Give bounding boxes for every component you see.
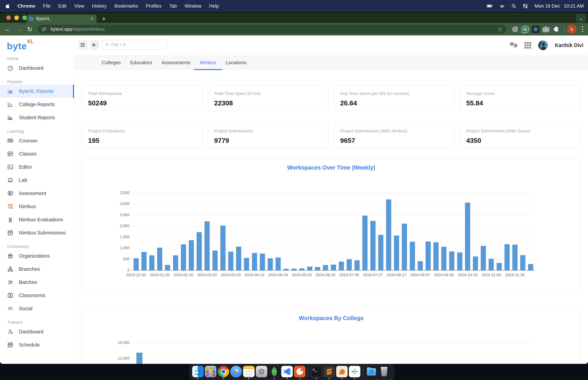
- chart1-bar[interactable]: [426, 242, 431, 270]
- chart1-bar[interactable]: [165, 265, 170, 270]
- sidebar-item-courses[interactable]: Courses: [0, 134, 74, 147]
- window-minimize-button[interactable]: [14, 16, 19, 20]
- orbit-icon[interactable]: [511, 25, 519, 34]
- chart1-bar[interactable]: [331, 265, 336, 270]
- chart1-bar[interactable]: [386, 199, 391, 270]
- chart1-bar[interactable]: [268, 258, 273, 270]
- new-tab-button[interactable]: +: [102, 15, 106, 23]
- apple-menu-icon[interactable]: [5, 3, 10, 9]
- dock-icon-notes[interactable]: [243, 365, 255, 379]
- chart1-bar[interactable]: [473, 256, 478, 270]
- collapse-sidebar-button[interactable]: [78, 40, 87, 50]
- tab-nimbus[interactable]: Nimbus: [200, 55, 216, 70]
- dock-icon-downloads-folder[interactable]: ↓: [365, 365, 377, 379]
- chart1-bar[interactable]: [449, 251, 454, 270]
- chart1-bar[interactable]: [291, 269, 297, 270]
- chart1-bar[interactable]: [347, 259, 352, 270]
- chart1-bar[interactable]: [394, 235, 399, 270]
- chart1-bar[interactable]: [189, 240, 194, 270]
- chart1-bar[interactable]: [276, 257, 281, 270]
- chart1-bar[interactable]: [441, 247, 446, 270]
- chart1-bar[interactable]: [410, 242, 415, 270]
- chart1-bar[interactable]: [512, 245, 517, 270]
- search-input[interactable]: [111, 42, 164, 47]
- sidebar-item-dashboard[interactable]: Dashboard: [0, 325, 74, 338]
- page-back-button[interactable]: [90, 40, 99, 50]
- chart1-bar[interactable]: [197, 232, 202, 270]
- forward-icon[interactable]: →: [14, 25, 23, 34]
- dock-icon-trash[interactable]: [378, 365, 390, 379]
- chart1-bar[interactable]: [157, 247, 162, 270]
- address-bar[interactable]: bytexl.app/reports/nimbus ☆: [38, 25, 507, 34]
- chart1-bar[interactable]: [228, 252, 233, 270]
- menu-item-help[interactable]: Help: [209, 3, 219, 9]
- menu-item-bookmarks[interactable]: Bookmarks: [114, 3, 138, 9]
- menu-bar-clock[interactable]: Mon 16 Dec 10:21 AM: [535, 3, 584, 9]
- chart1-bar[interactable]: [497, 263, 502, 270]
- chart1-bar[interactable]: [402, 224, 407, 270]
- chart1-bar[interactable]: [323, 265, 328, 270]
- chart1-bar[interactable]: [434, 242, 438, 270]
- chart1-bar[interactable]: [457, 252, 462, 270]
- sidebar-item-bytexl-reports[interactable]: ByteXL Reports: [0, 85, 74, 98]
- dock-icon-terminal[interactable]: >_: [310, 365, 322, 379]
- sidebar-item-student-reports[interactable]: Student Reports: [0, 111, 74, 124]
- menu-item-edit[interactable]: Edit: [58, 3, 66, 9]
- chart1-bar[interactable]: [181, 244, 186, 270]
- sidebar-item-schedule[interactable]: Schedule: [0, 338, 74, 351]
- reload-icon[interactable]: ↻: [25, 25, 34, 34]
- apps-grid-icon[interactable]: [525, 42, 531, 49]
- menu-item-chrome[interactable]: Chrome: [18, 3, 35, 9]
- sidebar-item-branches[interactable]: Branches: [0, 263, 74, 276]
- chart1-bar[interactable]: [141, 252, 147, 270]
- chat-icon[interactable]: [510, 42, 517, 48]
- dock-icon-sublime-text[interactable]: [323, 365, 335, 379]
- chart1-bar[interactable]: [378, 235, 383, 270]
- sidebar-item-nimbus-evaluations[interactable]: Nimbus Evaluations: [0, 213, 74, 226]
- chart1-bar[interactable]: [339, 262, 344, 270]
- chart1-bar[interactable]: [205, 221, 210, 270]
- sidebar-item-classes[interactable]: Classes: [0, 147, 74, 160]
- dock-icon-finder[interactable]: [192, 365, 204, 379]
- chart1-bar[interactable]: [520, 255, 525, 270]
- tab-locations[interactable]: Locations: [226, 55, 247, 70]
- browser-tab[interactable]: b ByteXL ×: [26, 15, 96, 23]
- back-icon[interactable]: ←: [3, 25, 12, 34]
- chart1-bar[interactable]: [370, 221, 376, 270]
- sidebar-item-assessment[interactable]: Assessment: [0, 187, 74, 200]
- site-info-icon[interactable]: [41, 26, 47, 32]
- chart1-bar[interactable]: [260, 254, 265, 270]
- menu-item-history[interactable]: History: [92, 3, 107, 9]
- chrome-profile-badge[interactable]: k: [567, 24, 577, 34]
- chart1-bar[interactable]: [133, 258, 139, 270]
- tab-colleges[interactable]: Colleges: [102, 55, 121, 70]
- chart1-bar[interactable]: [481, 246, 486, 270]
- dock-icon-postgres[interactable]: [336, 365, 348, 379]
- chart1-bar[interactable]: [489, 259, 494, 270]
- sidebar-item-classrooms[interactable]: Classrooms: [0, 289, 74, 302]
- window-zoom-button[interactable]: [22, 16, 27, 20]
- tab-close-icon[interactable]: ×: [90, 16, 93, 22]
- chart1-bar[interactable]: [505, 244, 510, 270]
- sidebar-item-social[interactable]: Social: [0, 302, 74, 315]
- dock-icon-launchpad[interactable]: [205, 365, 217, 379]
- chart1-bar[interactable]: [244, 258, 249, 270]
- chart1-bar[interactable]: [315, 267, 320, 270]
- control-center-icon[interactable]: [523, 3, 528, 9]
- sidebar-item-nimbus-submissions[interactable]: Nimbus Submissions: [0, 226, 74, 239]
- chart1-bar[interactable]: [299, 268, 304, 270]
- dock-icon-safari[interactable]: [230, 365, 242, 379]
- chart1-bar[interactable]: [173, 255, 178, 270]
- sidebar-item-dashboard[interactable]: Dashboard: [0, 61, 74, 75]
- chart1-bar[interactable]: [355, 260, 360, 270]
- user-name[interactable]: Karthik Divi: [555, 42, 583, 48]
- chart1-bar[interactable]: [252, 253, 257, 270]
- dock-icon-system-settings[interactable]: ⚙: [256, 365, 267, 379]
- chart1-bar[interactable]: [236, 247, 241, 270]
- extensions-puzzle-icon[interactable]: [552, 25, 560, 34]
- global-search[interactable]: [102, 40, 167, 50]
- chart1-bar[interactable]: [465, 203, 470, 270]
- menu-item-window[interactable]: Window: [185, 3, 201, 9]
- menu-item-file[interactable]: File: [43, 3, 51, 9]
- tab-search-chevron-icon[interactable]: ⌄: [576, 14, 586, 22]
